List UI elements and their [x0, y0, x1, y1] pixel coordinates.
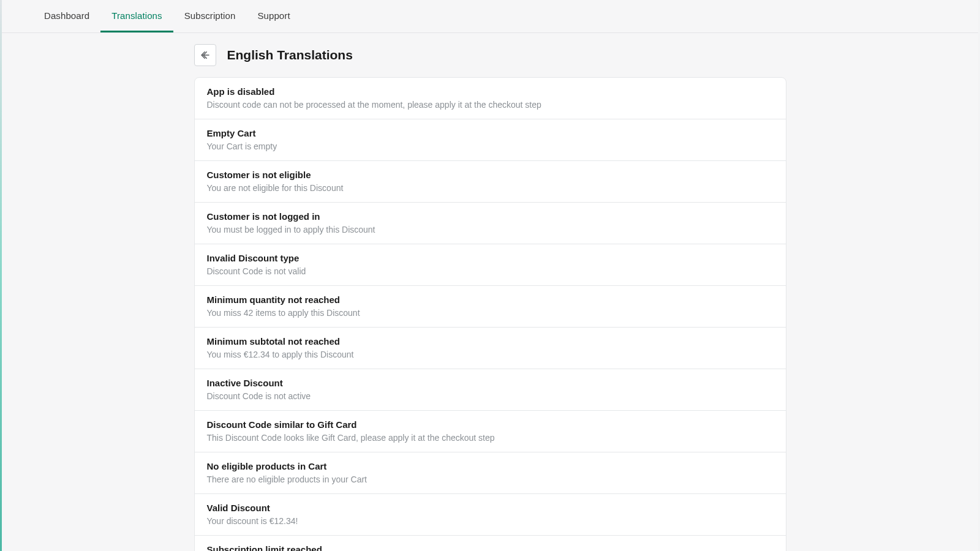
- translation-row[interactable]: Customer is not eligible You are not eli…: [195, 161, 786, 203]
- translation-row-desc: Your Cart is empty: [207, 141, 774, 151]
- tab-translations[interactable]: Translations: [100, 0, 173, 32]
- page-header: English Translations: [194, 44, 786, 66]
- tab-subscription[interactable]: Subscription: [173, 0, 247, 32]
- translation-row[interactable]: Customer is not logged in You must be lo…: [195, 203, 786, 244]
- top-tabs: Dashboard Translations Subscription Supp…: [2, 0, 978, 33]
- translation-row-title: Discount Code similar to Gift Card: [207, 419, 774, 430]
- translations-list: App is disabled Discount code can not be…: [194, 77, 786, 551]
- translation-row-title: Minimum quantity not reached: [207, 294, 774, 305]
- page-body: English Translations App is disabled Dis…: [2, 33, 978, 551]
- translation-row[interactable]: Minimum subtotal not reached You miss €1…: [195, 328, 786, 369]
- left-edge-decoration: [0, 0, 2, 551]
- translation-row[interactable]: Subscription limit reached: [195, 536, 786, 551]
- translation-row[interactable]: App is disabled Discount code can not be…: [195, 78, 786, 119]
- translation-row[interactable]: No eligible products in Cart There are n…: [195, 452, 786, 494]
- translation-row-desc: Discount code can not be processed at th…: [207, 100, 774, 110]
- translation-row-title: Customer is not logged in: [207, 211, 774, 222]
- translation-row-title: No eligible products in Cart: [207, 461, 774, 471]
- app-viewport: Dashboard Translations Subscription Supp…: [2, 0, 978, 551]
- translation-row-title: Subscription limit reached: [207, 544, 774, 551]
- translation-row-desc: You must be logged in to apply this Disc…: [207, 225, 774, 234]
- translation-row-desc: You miss €12.34 to apply this Discount: [207, 350, 774, 359]
- translation-row-title: Inactive Discount: [207, 378, 774, 388]
- translation-row-title: App is disabled: [207, 86, 774, 97]
- translation-row-title: Valid Discount: [207, 503, 774, 513]
- translation-row-desc: You are not eligible for this Discount: [207, 183, 774, 193]
- translation-row-desc: You miss 42 items to apply this Discount: [207, 308, 774, 318]
- translation-row[interactable]: Minimum quantity not reached You miss 42…: [195, 286, 786, 328]
- translation-row[interactable]: Discount Code similar to Gift Card This …: [195, 411, 786, 452]
- translation-row[interactable]: Invalid Discount type Discount Code is n…: [195, 244, 786, 286]
- translation-row-title: Customer is not eligible: [207, 170, 774, 180]
- translation-row[interactable]: Valid Discount Your discount is €12.34!: [195, 494, 786, 536]
- translation-row-desc: This Discount Code looks like Gift Card,…: [207, 433, 774, 443]
- translation-row-title: Minimum subtotal not reached: [207, 336, 774, 347]
- translation-row[interactable]: Empty Cart Your Cart is empty: [195, 119, 786, 161]
- arrow-left-icon-full: [200, 50, 211, 61]
- page-title: English Translations: [227, 48, 353, 62]
- translation-row-desc: There are no eligible products in your C…: [207, 474, 774, 484]
- translation-row-title: Invalid Discount type: [207, 253, 774, 263]
- tab-support[interactable]: Support: [246, 0, 301, 32]
- tab-dashboard[interactable]: Dashboard: [33, 0, 100, 32]
- translation-row-desc: Your discount is €12.34!: [207, 516, 774, 526]
- translation-row-desc: Discount Code is not valid: [207, 266, 774, 276]
- translation-row-title: Empty Cart: [207, 128, 774, 138]
- translation-row[interactable]: Inactive Discount Discount Code is not a…: [195, 369, 786, 411]
- back-button[interactable]: [194, 44, 216, 66]
- translation-row-desc: Discount Code is not active: [207, 391, 774, 401]
